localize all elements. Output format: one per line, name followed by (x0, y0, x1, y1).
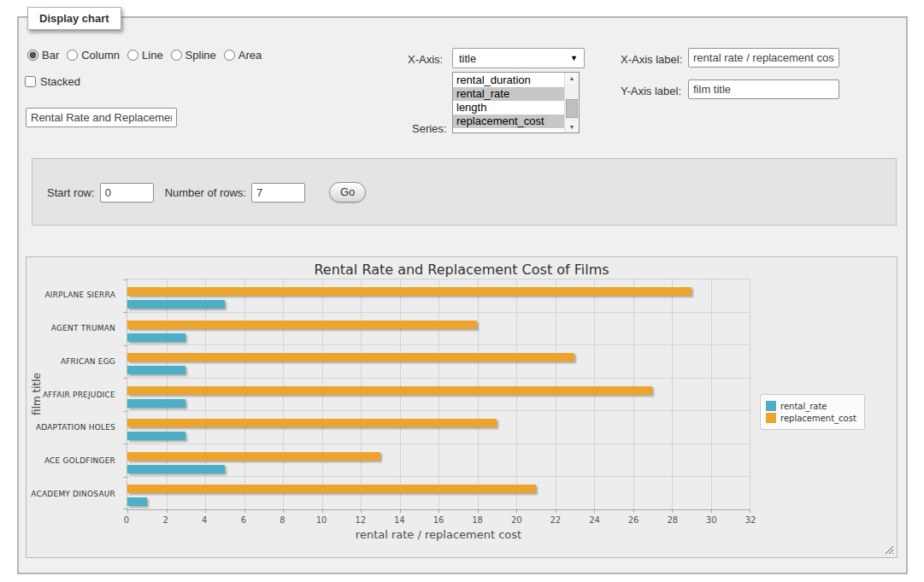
series-option-length[interactable]: length (453, 101, 564, 115)
chart-type-radio-line[interactable] (127, 50, 138, 61)
legend-item-replacement_cost[interactable]: replacement_cost (766, 413, 856, 423)
x-tick-mark (516, 509, 517, 513)
scrollbar-thumb[interactable] (566, 99, 578, 118)
bar-rental_rate[interactable] (127, 300, 225, 309)
display-chart-fieldset: Display chart BarColumnLineSplineArea St… (17, 16, 908, 574)
y-tick-mark (123, 509, 127, 509)
category-label: ACE GOLDFINGER (26, 444, 121, 478)
chart-band-adaptation-holes (127, 411, 750, 444)
bar-replacement_cost[interactable] (127, 353, 574, 362)
bar-rental_rate[interactable] (127, 333, 185, 342)
x-tick-mark (283, 509, 284, 513)
x-tick-label: 30 (706, 515, 717, 525)
chart-band-airplane-sierra (127, 279, 750, 313)
scrollbar-down-icon[interactable]: ▼ (565, 121, 579, 132)
y-tick-mark (123, 411, 127, 412)
chart-plot-area (127, 279, 750, 510)
series-scrollbar[interactable]: ▲ ▼ (564, 73, 579, 132)
category-label: AGENT TRUMAN (26, 312, 121, 345)
y-tick-mark (123, 477, 127, 478)
chart-type-radio-area[interactable] (224, 50, 235, 61)
x-tick-label: 14 (394, 515, 405, 525)
x-tick-mark (244, 509, 245, 513)
x-tick-mark (672, 509, 673, 513)
legend-label: rental_rate (780, 402, 827, 411)
legend-item-rental_rate[interactable]: rental_rate (766, 401, 856, 411)
go-button[interactable]: Go (329, 182, 366, 203)
series-options: rental_durationrental_ratelengthreplacem… (453, 73, 564, 132)
bar-replacement_cost[interactable] (127, 287, 692, 296)
y-tick-mark (123, 345, 127, 346)
dropdown-arrow-icon: ▼ (570, 54, 578, 62)
x-tick-mark (556, 509, 556, 513)
x-tick-label: 18 (472, 515, 483, 525)
chart-category-labels: AIRPLANE SIERRAAGENT TRUMANAFRICAN EGGAF… (26, 279, 121, 510)
chart-band-agent-truman (127, 313, 750, 346)
resize-grip-icon[interactable] (885, 545, 894, 555)
series-select-label: Series: (412, 122, 446, 135)
series-option-rental_duration[interactable]: rental_duration (453, 73, 564, 87)
stacked-row: Stacked (25, 75, 80, 88)
y-axis-label-input[interactable] (688, 79, 839, 99)
x-tick-mark (400, 509, 401, 513)
category-label: AFRICAN EGG (26, 344, 121, 378)
bar-replacement_cost[interactable] (127, 485, 536, 493)
x-tick-mark (711, 509, 712, 513)
chart-legend: rental_ratereplacement_cost (760, 394, 865, 430)
series-listbox[interactable]: rental_durationrental_ratelengthreplacem… (452, 72, 580, 133)
x-tick-label: 2 (162, 515, 168, 525)
number-of-rows-input[interactable] (251, 183, 305, 203)
category-label: ACADEMY DINOSAUR (26, 477, 121, 510)
scrollbar-up-icon[interactable]: ▲ (565, 73, 579, 84)
y-axis-label-label: Y-Axis label: (621, 85, 681, 97)
x-tick-mark (750, 509, 750, 513)
x-tick-mark (361, 509, 362, 513)
bar-rental_rate[interactable] (127, 366, 185, 374)
bar-rental_rate[interactable] (127, 465, 225, 473)
chart-title: Rental Rate and Replacement Cost of Film… (26, 262, 897, 278)
chart-type-radio-spline[interactable] (171, 50, 182, 61)
chart-type-radio-column[interactable] (67, 50, 78, 61)
y-tick-mark (123, 378, 127, 379)
x-axis-select[interactable]: title ▼ (452, 48, 585, 68)
x-tick-mark (167, 509, 168, 513)
legend-swatch-icon (766, 413, 776, 423)
chart-title-input[interactable] (26, 108, 177, 127)
y-tick-mark (123, 444, 127, 444)
chart-bars (127, 279, 750, 509)
x-axis-label-input[interactable] (688, 48, 839, 68)
x-axis-select-label: X-Axis: (408, 53, 443, 66)
x-tick-mark (633, 509, 634, 513)
bar-replacement_cost[interactable] (127, 386, 652, 395)
x-tick-mark (438, 509, 439, 513)
row-range-panel: Start row: Number of rows: Go (32, 158, 897, 226)
bar-replacement_cost[interactable] (127, 320, 477, 329)
chart-band-academy-dinosaur (127, 477, 750, 509)
bar-rental_rate[interactable] (127, 432, 185, 440)
x-tick-label: 0 (124, 515, 129, 525)
chart-band-ace-goldfinger (127, 444, 750, 478)
stacked-checkbox[interactable] (25, 76, 36, 87)
bar-replacement_cost[interactable] (127, 419, 497, 427)
x-axis-selected-value: title (459, 52, 476, 65)
y-tick-mark (123, 279, 127, 280)
chart-type-radio-bar[interactable] (27, 50, 38, 61)
x-tick-mark (205, 509, 206, 513)
stacked-label: Stacked (40, 75, 80, 88)
chart-type-option-spline: Spline (171, 49, 216, 62)
chart-type-option-bar: Bar (27, 49, 59, 62)
x-tick-label: 12 (355, 515, 366, 525)
chart-x-axis-title: rental rate / replacement cost (127, 528, 750, 541)
x-tick-mark (322, 509, 323, 513)
chart-type-option-column: Column (67, 49, 120, 62)
start-row-input[interactable] (100, 183, 154, 203)
chart-band-affair-prejudice (127, 379, 750, 412)
bar-replacement_cost[interactable] (127, 452, 380, 461)
series-option-replacement_cost[interactable]: replacement_cost (453, 115, 564, 128)
x-tick-label: 10 (316, 515, 327, 525)
bar-rental_rate[interactable] (127, 497, 147, 506)
x-tick-label: 28 (667, 515, 678, 525)
chart-type-option-area: Area (224, 49, 262, 62)
bar-rental_rate[interactable] (127, 399, 185, 408)
series-option-rental_rate[interactable]: rental_rate (453, 87, 564, 101)
